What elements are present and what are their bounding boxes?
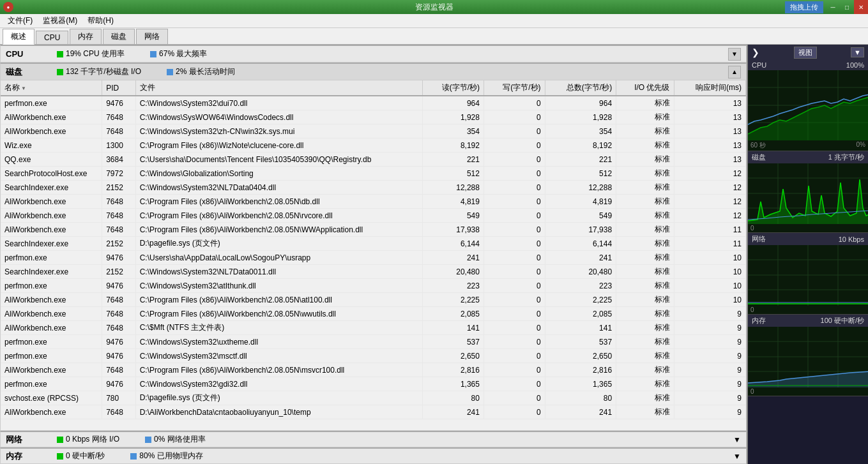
cell-file: D:\pagefile.sys (页文件) — [135, 391, 423, 405]
cell-pid: 7648 — [102, 307, 136, 321]
network-section-header[interactable]: 网络 0 Kbps 网络 I/O 0% 网络使用率 ▼ — [0, 431, 747, 447]
table-row: AliWorkbench.exe 7648 C:\Program Files (… — [1, 307, 746, 321]
memory-chart-svg — [748, 327, 868, 387]
cell-pid: 7648 — [102, 195, 136, 209]
cell-file: C:\Windows\Globalization\Sorting — [135, 167, 423, 181]
table-row: SearchIndexer.exe 2152 D:\pagefile.sys (… — [1, 237, 746, 251]
tabbar: 概述 CPU 内存 磁盘 网络 — [0, 28, 868, 45]
cell-pid: 9476 — [102, 349, 136, 363]
tab-memory[interactable]: 内存 — [70, 29, 102, 44]
cell-response: 13 — [674, 110, 746, 124]
tab-overview[interactable]: 概述 — [3, 29, 34, 45]
cell-pid: 7648 — [102, 209, 136, 223]
cpu-graph-section: CPU 100% — [748, 60, 868, 151]
cell-file: C:\Windows\System32\dui70.dll — [135, 96, 423, 110]
corner-icon: ● — [3, 2, 13, 12]
cpu-section-header[interactable]: CPU 19% CPU 使用率 67% 最大频率 ▼ — [0, 45, 747, 63]
cell-total: 241 — [545, 405, 616, 419]
disk-section-title: 磁盘 — [6, 66, 44, 78]
cell-read: 12,288 — [423, 181, 484, 195]
menu-file[interactable]: 文件(F) — [3, 14, 38, 27]
disk-chart-footer: 0 — [748, 224, 868, 232]
col-read[interactable]: 读(字节/秒) — [423, 80, 484, 96]
tab-network[interactable]: 网络 — [136, 29, 168, 44]
cell-priority: 标准 — [616, 279, 674, 293]
cpu-expand-button[interactable]: ▼ — [728, 48, 741, 61]
network-io-dot — [57, 437, 63, 443]
close-button[interactable]: ✕ — [854, 0, 868, 14]
cell-read: 537 — [423, 335, 484, 349]
cell-write: 0 — [483, 167, 545, 181]
cell-write: 0 — [483, 110, 545, 124]
title: 资源监视器 — [415, 2, 453, 13]
cell-pid: 9476 — [102, 279, 136, 293]
cell-priority: 标准 — [616, 293, 674, 307]
col-name[interactable]: 名称▼ — [1, 80, 102, 96]
cell-total: 17,938 — [545, 223, 616, 237]
maximize-button[interactable]: □ — [840, 0, 854, 14]
cell-name: SearchIndexer.exe — [1, 181, 102, 195]
cell-write: 0 — [483, 321, 545, 335]
cell-name: AliWorkbench.exe — [1, 223, 102, 237]
cell-name: perfmon.exe — [1, 96, 102, 110]
col-pid[interactable]: PID — [102, 80, 136, 96]
memory-section-header[interactable]: 内存 0 硬中断/秒 80% 已用物理内存 ▼ — [0, 447, 747, 464]
cell-write: 0 — [483, 307, 545, 321]
disk-section-header[interactable]: 磁盘 132 千字节/秒磁盘 I/O 2% 最长活动时间 ▲ — [0, 63, 747, 80]
cell-total: 80 — [545, 391, 616, 405]
cell-priority: 标准 — [616, 167, 674, 181]
cell-total: 512 — [545, 167, 616, 181]
tab-cpu[interactable]: CPU — [36, 31, 68, 44]
cell-priority: 标准 — [616, 124, 674, 138]
table-row: AliWorkbench.exe 7648 C:\Program Files (… — [1, 209, 746, 223]
cell-response: 13 — [674, 153, 746, 167]
menu-help[interactable]: 帮助(H) — [82, 14, 119, 27]
col-total[interactable]: 总数(字节/秒) — [545, 80, 616, 96]
cell-name: QQ.exe — [1, 153, 102, 167]
cell-response: 11 — [674, 237, 746, 251]
cpu-graph-value: 100% — [846, 61, 864, 69]
col-write[interactable]: 写(字节/秒) — [483, 80, 545, 96]
cell-name: AliWorkbench.exe — [1, 321, 102, 335]
cpu-section-stats: 19% CPU 使用率 67% 最大频率 — [57, 49, 715, 59]
left-panel: CPU 19% CPU 使用率 67% 最大频率 ▼ 磁盘 132 千字节/秒 — [0, 45, 747, 464]
cell-read: 221 — [423, 153, 484, 167]
cell-write: 0 — [483, 153, 545, 167]
disk-expand-button[interactable]: ▲ — [728, 66, 741, 79]
cell-file: C:\$Mft (NTFS 主文件表) — [135, 321, 423, 335]
cell-file: C:\Program Files (x86)\AliWorkbench\2.08… — [135, 195, 423, 209]
minimize-button[interactable]: ─ — [826, 0, 840, 14]
table-row: QQ.exe 3684 C:\Users\sha\Documents\Tence… — [1, 153, 746, 167]
col-response[interactable]: 响应时间(ms) — [674, 80, 746, 96]
memory-expand-button[interactable]: ▼ — [733, 452, 741, 461]
network-expand-button[interactable]: ▼ — [733, 435, 741, 444]
network-graph-title: 网络 — [752, 234, 766, 244]
cell-priority: 标准 — [616, 153, 674, 167]
cell-read: 2,085 — [423, 307, 484, 321]
menu-monitor[interactable]: 监视器(M) — [38, 14, 82, 27]
cell-file: D:\AliWorkbenchData\cntaobaoliuyanyun_10… — [135, 405, 423, 419]
cell-total: 549 — [545, 209, 616, 223]
disk-table-container[interactable]: 名称▼ PID 文件 读(字节/秒) 写(字节/秒) 总数(字节/秒) I/O … — [0, 80, 747, 431]
nav-arrow[interactable]: ❯ — [752, 47, 759, 57]
tab-disk[interactable]: 磁盘 — [103, 29, 135, 44]
cell-response: 10 — [674, 293, 746, 307]
cell-total: 354 — [545, 124, 616, 138]
disk-graph-section: 磁盘 1 兆字节/秒 0 — [748, 151, 868, 233]
cell-name: AliWorkbench.exe — [1, 363, 102, 377]
cell-name: AliWorkbench.exe — [1, 124, 102, 138]
table-row: perfmon.exe 9476 C:\Users\sha\AppData\Lo… — [1, 251, 746, 265]
cell-total: 2,085 — [545, 307, 616, 321]
view-button[interactable]: 视图 — [794, 47, 817, 59]
cell-write: 0 — [483, 209, 545, 223]
view-dropdown[interactable]: ▼ — [851, 47, 864, 57]
col-file[interactable]: 文件 — [135, 80, 423, 96]
col-priority[interactable]: I/O 优先级 — [616, 80, 674, 96]
table-row: AliWorkbench.exe 7648 C:\Program Files (… — [1, 195, 746, 209]
cell-pid: 9476 — [102, 251, 136, 265]
memory-graph-title: 内存 — [752, 316, 766, 326]
table-row: AliWorkbench.exe 7648 C:\$Mft (NTFS 主文件表… — [1, 321, 746, 335]
cpu-chart-footer: 60 秒 0% — [748, 140, 868, 151]
cell-pid: 7648 — [102, 110, 136, 124]
upload-button[interactable]: 拖拽上传 — [785, 1, 823, 13]
